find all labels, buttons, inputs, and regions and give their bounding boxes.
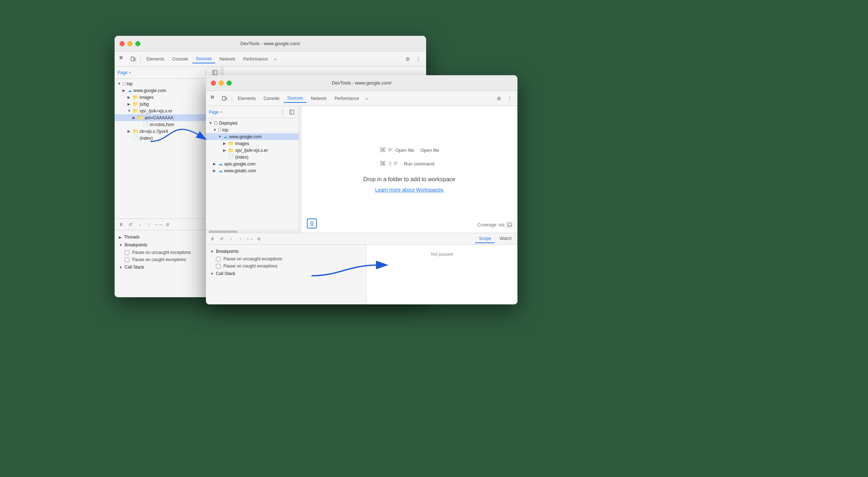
- bottom-content-right-front: Not paused: [366, 245, 518, 304]
- deactivate-icon-front[interactable]: ⊘: [255, 235, 263, 243]
- step-into-icon-front[interactable]: ↓: [227, 235, 235, 243]
- svg-rect-3: [134, 58, 136, 61]
- step-out-icon-back[interactable]: ↑: [145, 220, 153, 229]
- step-out-icon-front[interactable]: ↑: [236, 235, 245, 243]
- breakpoints-section-front[interactable]: ▼ Breakpoints: [210, 247, 362, 255]
- more-tabs-back[interactable]: »: [272, 56, 279, 63]
- svg-rect-8: [222, 96, 225, 100]
- tab-console-back[interactable]: Console: [169, 55, 192, 63]
- sidebar-panel-front[interactable]: [288, 108, 296, 116]
- kbd-2-front: ⌘ ⇧ P: [380, 160, 397, 168]
- traffic-lights-back: [120, 41, 140, 46]
- maximize-button[interactable]: [135, 41, 140, 46]
- tab-performance-back[interactable]: Performance: [240, 55, 271, 63]
- pause-caught-checkbox-back[interactable]: [125, 257, 129, 262]
- main-content-front: Page » ⋮ ▼ ⬡ Deployed: [206, 106, 517, 233]
- center-panel-front: {} Coverage: n/a ⌘ P Open file: [301, 106, 517, 233]
- title-bar-back: DevTools - www.google.com/: [115, 36, 426, 52]
- toolbar-settings-back: ⚙ ⋮: [402, 54, 423, 64]
- devtools-window-front: DevTools - www.google.com/ Elements Cons…: [206, 75, 517, 304]
- pause-icon-front[interactable]: ⏸: [208, 235, 217, 243]
- not-paused-text: Not paused: [366, 245, 518, 264]
- file-tree-front: ▼ ⬡ Deployed ▼ □ top ▼ ☁ www.google.com …: [206, 118, 299, 230]
- sidebar-front: Page » ⋮ ▼ ⬡ Deployed: [206, 106, 299, 233]
- window-title-front: DevTools - www.google.com/: [332, 80, 392, 86]
- pause-uncaught-checkbox-front[interactable]: [216, 257, 221, 261]
- step-icon-back[interactable]: →→: [154, 220, 163, 229]
- coverage-panel-icon[interactable]: [506, 221, 513, 228]
- tree-item-gstatic[interactable]: ▶ ☁ www.gstatic.com: [206, 167, 299, 174]
- menu-icon-front[interactable]: ⋮: [505, 93, 515, 103]
- menu-icon-back[interactable]: ⋮: [413, 54, 423, 64]
- settings-icon-front[interactable]: ⚙: [494, 93, 504, 103]
- bottom-content-left-front: ▼ Breakpoints Pause on uncaught exceptio…: [206, 245, 366, 304]
- watch-tab-front[interactable]: Watch: [496, 235, 515, 243]
- pause-caught-checkbox-front[interactable]: [216, 264, 221, 269]
- inspect-icon-front[interactable]: [209, 93, 219, 103]
- callstack-section-front[interactable]: ▼ Call Stack: [210, 270, 362, 278]
- svg-line-1: [120, 57, 122, 59]
- learn-link-front[interactable]: Learn more about Workspaces: [375, 187, 443, 193]
- tab-network-front[interactable]: Network: [307, 95, 330, 102]
- step-icon-front[interactable]: →→: [245, 235, 254, 243]
- step-into-icon-back[interactable]: ↓: [135, 220, 144, 229]
- minimize-button[interactable]: [127, 41, 132, 46]
- device-icon[interactable]: [128, 54, 138, 64]
- keyboard-shortcuts-front: ⌘ P Open file Open file ⌘ ⇧ P Run comman…: [380, 146, 439, 168]
- sidebar-tab-page-front[interactable]: Page: [209, 110, 219, 115]
- step-over-icon-back[interactable]: ↺: [126, 220, 135, 229]
- tab-network-back[interactable]: Network: [216, 55, 239, 63]
- close-button-front[interactable]: [211, 81, 216, 86]
- svg-rect-12: [508, 223, 511, 227]
- sidebar-chevron-back: »: [129, 71, 131, 74]
- tree-item-xjs-front[interactable]: ▶ 📁 xjs/_/js/k=xjs.s.er: [206, 147, 299, 154]
- pause-uncaught-front[interactable]: Pause on uncaught exceptions: [210, 255, 362, 262]
- minimize-button-front[interactable]: [219, 81, 224, 86]
- settings-icon-back[interactable]: ⚙: [402, 54, 413, 64]
- tree-item-index-front[interactable]: 📄 (index): [206, 154, 299, 160]
- svg-rect-2: [131, 57, 134, 61]
- tree-item-apis[interactable]: ▶ ☁ apis.google.com: [206, 160, 299, 167]
- close-button[interactable]: [120, 41, 125, 46]
- shortcut-row-1-front: ⌘ P Open file Open file: [380, 146, 439, 154]
- format-button-front[interactable]: {}: [307, 218, 317, 228]
- pause-uncaught-checkbox-back[interactable]: [125, 250, 129, 255]
- tab-elements-front[interactable]: Elements: [234, 95, 259, 102]
- tree-item-images-front[interactable]: ▶ 📁 images: [206, 140, 299, 147]
- tree-item-google-front[interactable]: ▼ ☁ www.google.com: [206, 133, 299, 140]
- svg-line-7: [211, 96, 213, 98]
- tree-item-top-front[interactable]: ▼ □ top: [206, 126, 299, 133]
- sidebar-header-front: Page » ⋮: [206, 106, 299, 118]
- tab-performance-front[interactable]: Performance: [331, 95, 363, 102]
- sidebar-tab-page-back[interactable]: Page: [117, 70, 127, 75]
- inspect-icon[interactable]: [117, 54, 127, 64]
- svg-rect-9: [226, 97, 227, 100]
- bottom-tabs-front: Scope Watch: [475, 235, 515, 243]
- pause-caught-front[interactable]: Pause on caught exceptions: [210, 262, 362, 270]
- title-bar-front: DevTools - www.google.com/: [206, 75, 517, 91]
- sidebar-chevron-front: »: [220, 110, 222, 114]
- toolbar-settings-front: ⚙ ⋮: [494, 93, 515, 103]
- device-icon-front[interactable]: [220, 93, 230, 103]
- horiz-scroll-front: [206, 230, 299, 233]
- bottom-toolbar-front: ⏸ ↺ ↓ ↑ →→ ⊘ Scope Watch: [206, 233, 517, 245]
- sidebar-more-front[interactable]: ⋮: [279, 108, 286, 116]
- deactivate-icon-back[interactable]: ⊘: [163, 220, 172, 229]
- toolbar-front: Elements Console Sources Network Perform…: [206, 91, 517, 106]
- tab-console-front[interactable]: Console: [260, 95, 283, 102]
- step-over-icon-front[interactable]: ↺: [217, 235, 226, 243]
- horiz-scroll-thumb-front: [209, 231, 237, 233]
- toolbar-separator-1: [140, 56, 141, 63]
- maximize-button-front[interactable]: [227, 81, 232, 86]
- tab-elements-back[interactable]: Elements: [143, 55, 168, 63]
- scope-tab-front[interactable]: Scope: [475, 235, 495, 243]
- kbd-1-front: ⌘ P: [380, 146, 392, 154]
- drop-text-front: Drop in a folder to add to workspace: [363, 176, 455, 183]
- tree-item-deployed[interactable]: ▼ ⬡ Deployed: [206, 120, 299, 126]
- toolbar-separator-front: [232, 95, 232, 102]
- svg-rect-10: [290, 110, 294, 114]
- pause-icon-back[interactable]: ⏸: [117, 220, 125, 229]
- more-tabs-front[interactable]: »: [363, 95, 370, 102]
- tab-sources-back[interactable]: Sources: [192, 55, 215, 63]
- tab-sources-front[interactable]: Sources: [284, 94, 307, 103]
